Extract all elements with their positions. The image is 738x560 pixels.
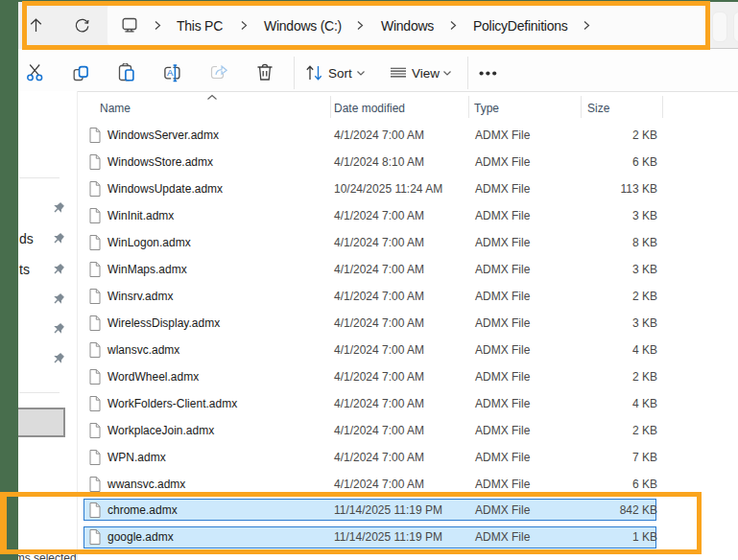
svg-text:A: A (167, 67, 174, 78)
